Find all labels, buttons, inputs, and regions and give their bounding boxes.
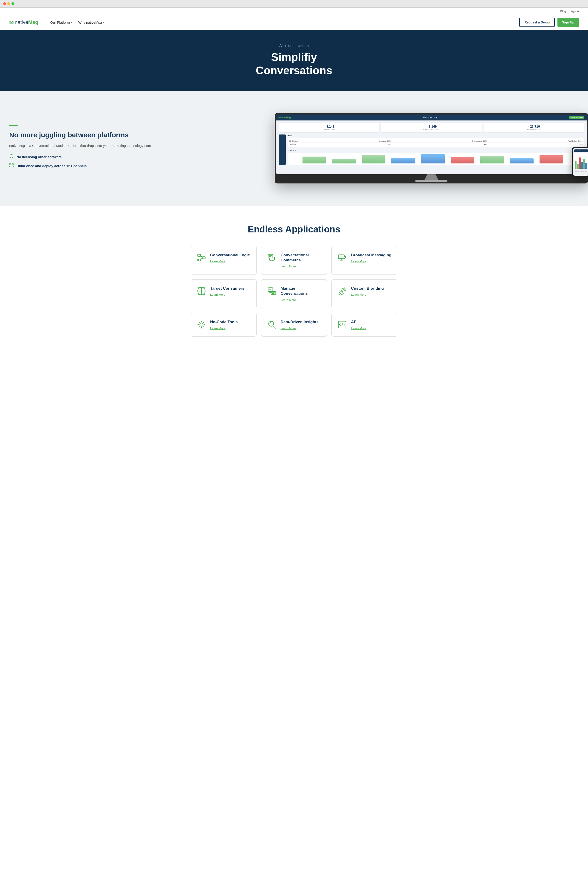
nav-our-platform[interactable]: Our Platform ▾ — [48, 19, 75, 26]
mock-imac-screen: nativeMsg Welcome User Save as PDF ≈ 3,1… — [275, 113, 588, 184]
app-card-data-driven-insights[interactable]: Data-Driven Insights Learn More — [261, 313, 327, 337]
platform-section: No more juggling between platforms nativ… — [0, 91, 588, 206]
app-name-custom-branding: Custom Branding — [351, 286, 392, 291]
app-name-target-consumers: Target Consumers — [210, 286, 251, 291]
svg-rect-3 — [12, 166, 14, 167]
app-learn-broadcast-messaging[interactable]: Learn More — [351, 260, 392, 263]
app-learn-conversational-commerce[interactable]: Learn More — [280, 265, 321, 268]
mock-stat-conversations: ≈ 3,149 Conversations Total — [381, 123, 482, 132]
header-buttons: Request a Demo Sign Up — [519, 18, 579, 27]
header: ✉ nativeMsg Our Platform ▾ Why nativeMsg… — [0, 15, 588, 30]
target-icon — [196, 286, 207, 296]
svg-point-13 — [272, 260, 273, 261]
mock-screen-inner: nativeMsg Welcome User Save as PDF ≈ 3,1… — [276, 114, 586, 174]
blog-link[interactable]: Blog — [560, 9, 566, 13]
top-bar: Blog Sign in — [0, 8, 588, 15]
manage-icon — [267, 286, 277, 296]
signup-button[interactable]: Sign Up — [558, 18, 579, 27]
signin-link[interactable]: Sign in — [570, 9, 579, 13]
svg-point-23 — [200, 323, 203, 326]
app-name-no-code-tools: No-Code Tools — [210, 320, 251, 325]
feature-deploy-channels-text: Build once and deploy across 12 Channels — [16, 164, 87, 168]
app-name-conversational-logic: Conversational Logic — [210, 253, 251, 258]
app-card-target-consumers[interactable]: Target Consumers Learn More — [190, 279, 256, 308]
mock-trends-chart — [288, 153, 584, 165]
mock-main: Bots CPG Demo Message 3,351 E-commerce 3… — [288, 134, 584, 165]
deploy-icon — [9, 163, 14, 169]
svg-rect-4 — [198, 254, 201, 257]
svg-point-10 — [198, 260, 199, 261]
mock-phone-text: Conversations Total — [574, 170, 588, 172]
mock-welcome-text: Welcome User — [423, 116, 438, 119]
app-info-api: API Learn More — [351, 320, 392, 330]
app-card-api[interactable]: API Learn More — [332, 313, 398, 337]
hero-title: Simplifiy Conversations — [9, 51, 579, 77]
app-info-no-code-tools: No-Code Tools Learn More — [210, 320, 251, 330]
mock-row-1: CPG Demo Message 3,351 E-commerce 3,259 … — [289, 140, 582, 143]
app-info-target-consumers: Target Consumers Learn More — [210, 286, 251, 296]
svg-line-29 — [342, 323, 343, 326]
app-name-api: API — [351, 320, 392, 325]
shield-icon — [9, 154, 14, 160]
mock-stat-humans: ≈ 3,149 Humans Total — [279, 123, 379, 132]
app-card-conversational-logic[interactable]: Conversational Logic Learn More — [190, 246, 256, 275]
app-info-custom-branding: Custom Branding Learn More — [351, 286, 392, 296]
app-name-data-driven-insights: Data-Driven Insights — [280, 320, 321, 325]
app-learn-target-consumers[interactable]: Learn More — [210, 293, 251, 296]
request-demo-button[interactable]: Request a Demo — [519, 18, 555, 27]
mock-content: Bots CPG Demo Message 3,351 E-commerce 3… — [279, 134, 584, 165]
svg-line-25 — [273, 325, 276, 328]
app-card-broadcast-messaging[interactable]: Broadcast Messaging Learn More — [332, 246, 398, 275]
app-card-no-code-tools[interactable]: No-Code Tools Learn More — [190, 313, 256, 337]
mock-stat-num-2: ≈ 3,149 — [383, 125, 480, 128]
app-learn-no-code-tools[interactable]: Learn More — [210, 326, 251, 330]
app-learn-api[interactable]: Learn More — [351, 326, 392, 330]
app-learn-custom-branding[interactable]: Learn More — [351, 293, 392, 296]
mock-stat-label-1: Humans Total — [280, 128, 377, 130]
mock-stat-num-1: ≈ 3,149 — [280, 125, 377, 128]
app-card-conversational-commerce[interactable]: Conversational Commerce Learn More — [261, 246, 327, 275]
app-learn-data-driven-insights[interactable]: Learn More — [280, 326, 321, 330]
nocode-icon — [196, 320, 207, 329]
platform-right: nativeMsg Welcome User Save as PDF ≈ 3,1… — [275, 113, 588, 184]
main-nav: Our Platform ▾ Why nativeMsg ▾ — [48, 19, 519, 26]
mock-phone-inner: nativeMsg Conversations Total — [573, 148, 588, 176]
svg-line-7 — [201, 256, 202, 258]
dot-green — [12, 2, 14, 5]
feature-no-licensing: No licensing other software — [9, 154, 266, 160]
logic-icon — [196, 253, 207, 263]
app-card-manage-conversations[interactable]: Manage Conversations Learn More — [261, 279, 327, 308]
mock-base — [415, 180, 447, 182]
dot-yellow — [8, 2, 10, 5]
svg-point-12 — [270, 260, 271, 261]
app-learn-conversational-logic[interactable]: Learn More — [210, 260, 251, 263]
logo-native: native — [15, 19, 28, 25]
app-name-broadcast-messaging: Broadcast Messaging — [351, 253, 392, 258]
svg-rect-2 — [10, 166, 11, 167]
hero-section: All in one platform Simplifiy Conversati… — [0, 30, 588, 91]
mock-logo: nativeMsg — [278, 116, 291, 119]
app-learn-manage-conversations[interactable]: Learn More — [280, 298, 321, 302]
mock-stat-label-3: Messages Total — [485, 128, 582, 130]
logo[interactable]: ✉ nativeMsg — [9, 19, 38, 26]
feature-deploy-channels: Build once and deploy across 12 Channels — [9, 163, 266, 169]
broadcast-icon — [337, 253, 347, 263]
logo-icon: ✉ — [9, 19, 14, 26]
platform-description: nativeMsg is a Conversational Media Plat… — [9, 143, 266, 149]
app-info-manage-conversations: Manage Conversations Learn More — [280, 286, 321, 301]
apps-section-title: Endless Applications — [9, 224, 579, 235]
app-info-broadcast-messaging: Broadcast Messaging Learn More — [351, 253, 392, 263]
app-card-custom-branding[interactable]: Custom Branding Learn More — [332, 279, 398, 308]
dot-red — [3, 2, 6, 5]
nav-why-nativemsg[interactable]: Why nativeMsg ▾ — [76, 19, 107, 26]
app-name-conversational-commerce: Conversational Commerce — [280, 253, 321, 263]
mock-topbar: nativeMsg Welcome User Save as PDF — [276, 114, 586, 120]
mock-stat-messages: ≈ 23,716 Messages Total — [483, 123, 584, 132]
mock-bots-table: CPG Demo Message 3,351 E-commerce 3,259 … — [288, 138, 584, 147]
mock-stat-num-3: ≈ 23,716 — [485, 125, 582, 128]
mock-phone-header: nativeMsg — [574, 149, 588, 152]
app-info-data-driven-insights: Data-Driven Insights Learn More — [280, 320, 321, 330]
mock-row-2: Humans 501 449 255 — [289, 143, 582, 146]
svg-rect-6 — [202, 257, 206, 259]
mock-bots-title: Bots — [288, 134, 584, 137]
